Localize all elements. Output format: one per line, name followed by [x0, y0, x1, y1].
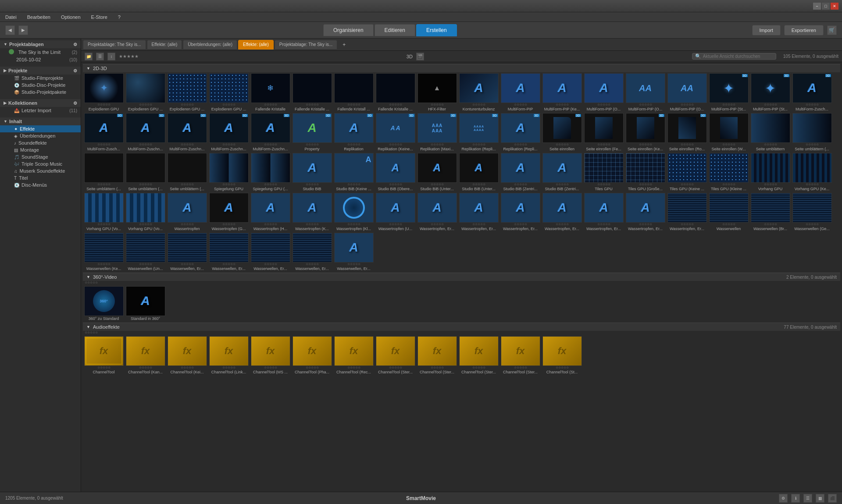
grid-item-wasser-er4[interactable]: A ☆☆☆☆☆ Wassertropfen, Er... — [499, 192, 541, 232]
grid-item-seite-umb2[interactable]: ☆☆☆☆☆ Seite umblättern (... — [791, 112, 833, 152]
grid-item-replikation-3[interactable]: A A A A A A 3D ☆☆☆☆☆ Replikation (Maxi..… — [416, 112, 458, 152]
sidebar-item-sky[interactable]: The Sky is the Limit (2) — [0, 48, 81, 56]
grid-item-vorhang-3[interactable]: ☆☆☆☆☆ Vorhang GPU (Vo... — [83, 192, 125, 232]
grid-item-seite-umb4[interactable]: ☆☆☆☆☆ Seite umblättern (... — [125, 152, 166, 192]
sidebar-item-discprojekte[interactable]: 💿 Studio-Disc-Projekte — [0, 82, 81, 89]
grid-item-spiegelung-1[interactable]: ☆☆☆☆☆ Spiegelung GPU — [208, 152, 250, 192]
grid-item-seite-umb5[interactable]: ☆☆☆☆☆ Seite umblättern (... — [166, 152, 208, 192]
grid-item-channeltool-5[interactable]: fx ☆☆☆☆☆ ChannelTool (MS ... — [250, 335, 291, 375]
grid-item-channeltool-4[interactable]: fx ☆☆☆☆☆ ChannelTool (Link... — [208, 335, 250, 375]
grid-item-standard-360[interactable]: A Standard in 360° — [125, 285, 166, 322]
grid-item-fallende-2[interactable]: ☆☆☆☆☆ Fallende Kristalle ... — [291, 72, 333, 112]
back-button[interactable]: ◀ — [5, 25, 15, 35]
grid-item-wasserwellen-1[interactable]: ☆☆☆☆☆ Wassertropfen, Er... — [666, 192, 708, 232]
grid-item-channeltool-6[interactable]: fx ☆☆☆☆☆ ChannelTool (Pha... — [291, 335, 333, 375]
menu-estore[interactable]: E-Store — [89, 14, 109, 21]
grid-item-vorhang-1[interactable]: ☆☆☆☆☆ Vorhang GPU — [749, 152, 791, 192]
grid-item-fallende-1[interactable]: ❄ ☆☆☆☆☆ Fallende Kristalle — [250, 72, 291, 112]
status-icon-4[interactable]: ▦ — [816, 494, 824, 503]
grid-item-wasser-4[interactable]: A ☆☆☆☆☆ Wassertropfen (K... — [291, 192, 333, 232]
grid-item-multiform-pip-st1[interactable]: ✦ 3D ☆☆☆☆☆ MultiForm-PIP (St... — [708, 72, 749, 112]
grid-item-studiobib-5[interactable]: A ☆☆☆☆☆ Studio BiB (Unter... — [458, 152, 499, 192]
grid-item-studiobib-zentri2[interactable]: A ☆☆☆☆☆ Studio BiB (Zentri... — [541, 152, 583, 192]
grid-item-multiform-zusch-5[interactable]: A 3D ☆☆☆☆☆ MultiForm-Zuschn... — [208, 112, 250, 152]
grid-item-wasser-5[interactable]: ☆☆☆☆☆ Wassertropfen (Kl... — [333, 192, 375, 232]
maximize-button[interactable]: □ — [822, 3, 830, 10]
grid-item-wasserwellen-2[interactable]: ☆☆☆☆☆ Wasserwellen — [708, 192, 749, 232]
grid-item-wasser-er3[interactable]: A ☆☆☆☆☆ Wassertropfen, Er... — [458, 192, 499, 232]
status-icon-2[interactable]: ℹ — [791, 494, 800, 503]
grid-item-wasserwellen-un[interactable]: ☆☆☆☆☆ Wasserwellen (Ke... — [83, 232, 125, 272]
grid-item-multiform-pip-o1[interactable]: A ☆☆☆☆☆ MultiForm-PIP (O... — [583, 72, 624, 112]
grid-item-wasserwellen-ge[interactable]: ☆☆☆☆☆ Wasserwellen (Br... — [749, 192, 791, 232]
grid-item-channeltool-1[interactable]: fx ☆☆☆☆☆ ChannelTool — [83, 335, 125, 375]
sidebar-item-disc-menus[interactable]: 💽 Disc-Menüs — [0, 181, 81, 188]
grid-item-studiobib-2[interactable]: A ☆☆☆☆☆ Studio BiB (Keine ... — [333, 152, 375, 192]
grid-item-multiform-zusch-1[interactable]: A 3D ☆☆☆☆☆ MultiForm-Zusch... — [791, 72, 833, 112]
forward-button[interactable]: ▶ — [18, 25, 28, 35]
grid-item-tiles-2[interactable]: ☆☆☆☆☆ Tiles GPU (Große... — [624, 152, 666, 192]
content-tab-1[interactable]: Effekte: (alle) — [147, 40, 182, 50]
grid-item-seite-umb3[interactable]: ☆☆☆☆☆ Seite umblättern (... — [83, 152, 125, 192]
category-header-audio[interactable]: ▼ Audioeffekte 77 Elemente, 0 ausgewählt — [83, 323, 840, 331]
status-icon-1[interactable]: ⚙ — [779, 494, 788, 503]
grid-item-vorhang-4[interactable]: ☆☆☆☆☆ Vorhang GPU (Vo... — [125, 192, 166, 232]
grid-item-seite-3[interactable]: 3D ☆☆☆☆☆ Seite einrollen (Ke... — [624, 112, 666, 152]
grid-item-explodieren-2[interactable]: ☆☆☆☆☆ Explodieren GPU ... — [125, 72, 166, 112]
grid-item-wasser-3[interactable]: A ☆☆☆☆☆ Wassertropfen (H... — [250, 192, 291, 232]
grid-item-fallende-3[interactable]: ☆☆☆☆☆ Fallende Kristall ... — [333, 72, 375, 112]
kollektionen-settings[interactable]: ⚙ — [73, 101, 77, 106]
grid-item-multiform-zusch-3[interactable]: A 3D ☆☆☆☆☆ MultiForm-Zuschn... — [125, 112, 166, 152]
grid-item-wasserwellen-er5[interactable]: ☆☆☆☆☆ Wasserwellen, Er... — [291, 232, 333, 272]
grid-item-studiobib-zentri1[interactable]: A ☆☆☆☆☆ Studio BiB (Zentri... — [499, 152, 541, 192]
close-button[interactable]: ✕ — [831, 3, 838, 10]
sidebar-item-date[interactable]: 2016-10-02 (10) — [0, 56, 81, 63]
grid-item-channeltool-7[interactable]: fx ☆☆☆☆☆ ChannelTool (Rec... — [333, 335, 375, 375]
add-tab-button[interactable]: + — [340, 42, 348, 48]
grid-item-vorhang-2[interactable]: ☆☆☆☆☆ Vorhang GPU (Ke... — [791, 152, 833, 192]
folder-icon[interactable]: 📁 — [85, 53, 93, 60]
sidebar-item-effekte[interactable]: ✦ Effekte — [0, 125, 81, 132]
tab-editieren[interactable]: Editieren — [375, 24, 415, 36]
menu-optionen[interactable]: Optionen — [59, 14, 82, 21]
grid-item-wasser-er7[interactable]: A ☆☆☆☆☆ Wassertropfen, Er... — [624, 192, 666, 232]
sidebar-item-ueberblendungen[interactable]: ◈ Überblendungen — [0, 132, 81, 139]
status-icon-5[interactable]: ⬛ — [828, 494, 837, 503]
grid-item-channeltool-2[interactable]: fx ☆☆☆☆☆ ChannelTool (Kan... — [125, 335, 166, 375]
grid-item-wasserwellen-er1[interactable]: ☆☆☆☆☆ Wasserwellen (Un... — [125, 232, 166, 272]
tab-erstellen[interactable]: Erstellen — [416, 24, 457, 36]
sidebar-item-titel[interactable]: T Titel — [0, 174, 81, 181]
sidebar-item-soundstage[interactable]: 🎵 SoundStage — [0, 153, 81, 160]
grid-item-seite-1[interactable]: 3D ☆☆☆☆☆ Seite einrollen — [541, 112, 583, 152]
sidebar-item-letzter-import[interactable]: 📥 Letzter Import (11) — [0, 107, 81, 114]
grid-item-seite-2[interactable]: ☆☆☆☆☆ Seite einrollen (Fe... — [583, 112, 624, 152]
grid-item-multiform-zusch-2[interactable]: A 3D ☆☆☆☆☆ MultiForm-Zusch... — [83, 112, 125, 152]
category-header-360[interactable]: ▼ 360°-Video 2 Elemente, 0 ausgewählt — [83, 273, 840, 281]
grid-item-wasserwellen-er2[interactable]: ☆☆☆☆☆ Wasserwellen, Er... — [166, 232, 208, 272]
grid-item-kontur[interactable]: A ☆☆☆☆☆ Konturenturbulenz — [458, 72, 499, 112]
grid-item-channeltool-9[interactable]: fx ☆☆☆☆☆ ChannelTool (Ster... — [416, 335, 458, 375]
sidebar-item-soundeffekte[interactable]: ♪ Soundeffekte — [0, 139, 81, 146]
status-icon-3[interactable]: ☰ — [803, 494, 812, 503]
grid-item-seite-4[interactable]: 3D ☆☆☆☆☆ Seite einrollen (Ro... — [666, 112, 708, 152]
sidebar-item-filmprojekte[interactable]: 🎬 Studio-Filmprojekte — [0, 75, 81, 82]
grid-item-tiles-4[interactable]: ☆☆☆☆☆ Tiles GPU (Kleine ... — [708, 152, 749, 192]
sort-icon[interactable]: ↕ — [107, 53, 115, 60]
content-tab-4[interactable]: Projektablage: The Sky is... — [275, 40, 338, 50]
grid-item-wasser-er6[interactable]: A ☆☆☆☆☆ Wassertropfen, Er... — [583, 192, 624, 232]
grid-item-multiform-1[interactable]: A ☆☆☆☆☆ MultiForm-PIP — [499, 72, 541, 112]
grid-item-multiform-zusch-4[interactable]: A 3D ☆☆☆☆☆ MultiForm-Zuschn... — [166, 112, 208, 152]
cart-button[interactable]: 🛒 — [827, 25, 837, 35]
grid-item-explodieren-1[interactable]: ✦ ☆☆☆☆☆ Explodieren GPU — [83, 72, 125, 112]
grid-item-seite-5[interactable]: ☆☆☆☆☆ Seite einrollen (W... — [708, 112, 749, 152]
grid-item-channeltool-12[interactable]: fx ☆☆☆☆☆ ChannelTool (St... — [541, 335, 583, 375]
grid-item-explodieren-3[interactable]: ☆☆☆☆☆ Explodieren GPU ... — [166, 72, 208, 112]
sidebar-header-projekte[interactable]: ▶ Projekte ⚙ — [0, 67, 81, 75]
tab-organisieren[interactable]: Organisieren — [323, 24, 374, 36]
menu-bearbeiten[interactable]: Bearbeiten — [25, 14, 52, 21]
list-view-icon[interactable]: ☰ — [96, 53, 104, 60]
grid-item-360-standard[interactable]: 360° 360° zu Standard — [83, 285, 125, 322]
grid-item-seite-umb1[interactable]: ☆☆☆☆☆ Seite umblättern — [749, 112, 791, 152]
grid-item-explodieren-4[interactable]: ☆☆☆☆☆ Explodieren GPU ... — [208, 72, 250, 112]
import-button[interactable]: Import — [752, 25, 781, 35]
